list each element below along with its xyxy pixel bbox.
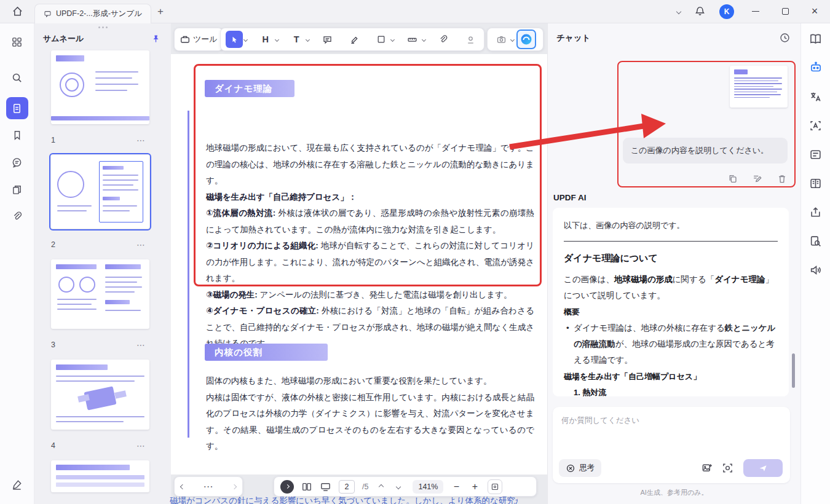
fit-page-button[interactable] [488, 479, 502, 494]
form-field-button[interactable] [808, 146, 824, 162]
user-prompt-bubble[interactable]: この画像の内容を説明してください。 [623, 138, 788, 163]
response-subheading: 磁場を生み出す「自己増幅プロセス」 [564, 368, 778, 385]
collapse-panel-button[interactable] [280, 480, 294, 494]
ai-assistant-button[interactable] [808, 60, 824, 76]
previous-page-button[interactable] [379, 484, 384, 489]
apps-grid-button[interactable] [6, 31, 28, 53]
search-button[interactable] [6, 66, 28, 89]
text-tool-chevron-icon[interactable] [306, 37, 310, 41]
minimize-button[interactable] [748, 4, 764, 20]
export-button[interactable] [808, 204, 824, 220]
new-tab-button[interactable]: + [151, 2, 170, 21]
thumbnails-panel-button[interactable] [6, 97, 28, 119]
export-icon [809, 206, 822, 219]
zoom-level[interactable]: 141% [413, 480, 443, 494]
heading-tool-button[interactable]: H [257, 31, 279, 48]
titlebar-chevron-down-icon[interactable] [676, 9, 681, 14]
signature-button[interactable] [6, 473, 28, 495]
minimize-icon [752, 11, 759, 12]
screenshot-tool-button[interactable] [492, 31, 514, 48]
thumbnail-number: 2 [51, 240, 55, 249]
next-page-button[interactable] [396, 484, 401, 489]
ai-toolbar-group [487, 28, 543, 51]
zoom-in-button[interactable]: + [469, 481, 480, 492]
stamp-tool-button[interactable] [462, 31, 479, 48]
shape-tool-button[interactable] [373, 31, 394, 48]
chat-history-button[interactable] [779, 32, 791, 44]
more-pages-button[interactable]: ⋯ [204, 481, 214, 492]
chat-input[interactable] [561, 416, 781, 425]
read-aloud-button[interactable] [808, 262, 824, 278]
thumbnail-page-4[interactable] [51, 360, 149, 430]
bookmarks-button[interactable] [6, 124, 28, 146]
updf-ai-button[interactable] [516, 30, 536, 49]
thumbnail-page-1[interactable] [51, 50, 149, 124]
comment-tool-button[interactable] [319, 31, 336, 48]
edit-icon[interactable] [752, 173, 763, 184]
paragraph: 磁場を生み出す「自己維持プロセス」： [206, 189, 534, 206]
thumbnail-page-3[interactable] [51, 259, 149, 329]
thumbnail-more-button[interactable]: ⋯ [136, 441, 149, 451]
attached-screenshot-preview[interactable] [730, 66, 788, 108]
select-tool-button[interactable] [226, 31, 247, 48]
send-button[interactable] [743, 459, 783, 477]
ocr-recognize-button[interactable] [808, 117, 824, 133]
chat-panel: チャット この画像の内容を説明してください。 UPDF AI 以下は、画像の内容… [547, 23, 800, 504]
attachments-button[interactable] [6, 205, 28, 227]
pin-panel-button[interactable] [151, 34, 161, 44]
delete-icon[interactable] [777, 173, 788, 184]
add-image-icon[interactable] [702, 462, 713, 474]
highlight-tool-button[interactable] [346, 31, 363, 48]
annotation-book-button[interactable] [808, 31, 824, 47]
document-tab[interactable]: UPDF-2-...形成-サンプル [34, 4, 151, 23]
ai-translate-button[interactable] [808, 89, 824, 104]
stamp-icon [465, 34, 476, 45]
page-number-input[interactable] [339, 480, 355, 494]
reading-mode-icon[interactable] [320, 481, 331, 492]
heading-tool-chevron-icon[interactable] [275, 37, 279, 41]
paragraph: 地球磁場の形成において、現在最も広く支持されているのが「ダイナモ理論」です。この… [206, 140, 534, 189]
tools-button[interactable]: ツール [174, 28, 223, 51]
thumbnail-page-2[interactable] [51, 155, 149, 229]
response-list-item: 1. 熱対流 [564, 385, 778, 396]
screenshot-capture-icon[interactable] [722, 462, 733, 474]
forward-button[interactable] [232, 484, 237, 489]
shape-tool-chevron-icon[interactable] [390, 37, 395, 41]
measure-tool-chevron-icon[interactable] [422, 37, 426, 41]
organize-pages-button[interactable] [6, 178, 28, 200]
document-area: ツール H T [171, 23, 547, 504]
user-avatar[interactable]: K [719, 4, 734, 19]
back-button[interactable] [180, 484, 185, 489]
highlighter-icon [349, 34, 360, 45]
camera-icon [496, 34, 507, 45]
home-button[interactable] [0, 0, 34, 23]
pdf-page[interactable]: ダイナモ理論 地球磁場の形成において、現在最も広く支持されているのが「ダイナモ理… [171, 54, 547, 474]
open-book-icon [809, 33, 822, 45]
page-layout-button[interactable] [808, 175, 824, 191]
paragraph: ③磁場の発生: アンペールの法則に基づき、発生した電流は磁場を創り出します。 [206, 287, 534, 304]
attachment-icon [12, 211, 23, 222]
chat-scrollbar[interactable] [792, 353, 795, 388]
measure-tool-button[interactable] [404, 31, 425, 48]
two-page-view-icon[interactable] [301, 481, 312, 492]
close-button[interactable]: × [807, 4, 823, 20]
thumbnail-page-5[interactable] [51, 460, 149, 492]
search-pdf-button[interactable] [808, 233, 824, 249]
screenshot-tool-chevron-icon[interactable] [510, 37, 515, 41]
thumbnail-more-button[interactable]: ⋯ [136, 340, 149, 350]
comments-button[interactable] [6, 151, 28, 173]
paragraph: ②コリオリの力による組織化: 地球が自転することで、これらの対流に対してコリオリ… [206, 238, 534, 287]
notifications-bell-icon[interactable] [694, 6, 706, 17]
zoom-out-button[interactable]: − [451, 481, 462, 492]
thumbnail-more-button[interactable]: ⋯ [136, 135, 149, 145]
panel-drag-handle[interactable] [34, 23, 171, 28]
select-tool-chevron-icon[interactable] [243, 37, 248, 41]
copy-icon[interactable] [727, 173, 738, 184]
maximize-button[interactable] [777, 4, 793, 20]
attach-file-tool-button[interactable] [435, 31, 452, 48]
thumbnail-more-button[interactable]: ⋯ [136, 240, 149, 250]
form-icon [809, 148, 822, 161]
tab-title: UPDF-2-...形成-サンプル [56, 9, 142, 19]
text-tool-button[interactable]: T [288, 31, 309, 48]
think-toggle-button[interactable]: 思考 [559, 459, 601, 477]
